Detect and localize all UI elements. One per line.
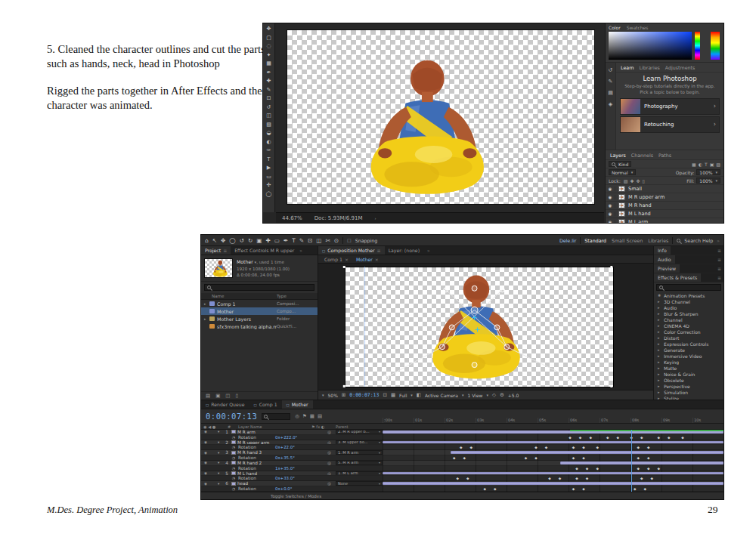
twirl-icon[interactable]: ✱ xyxy=(658,293,662,298)
collapsed-panel-header[interactable]: Audio ≡ xyxy=(654,255,723,264)
project-item-row[interactable]: Mother Compo... xyxy=(201,307,318,315)
hide-shy-layers-icon[interactable]: ▦ xyxy=(310,413,314,419)
visibility-eye-icon[interactable]: ◉ xyxy=(606,220,615,223)
panel-tab[interactable]: Learn xyxy=(621,65,634,70)
keyframe-icon[interactable]: ◆ xyxy=(647,456,649,460)
layer-name[interactable]: M R upper arm xyxy=(237,440,323,445)
effects-category-row[interactable]: ▸ Keying xyxy=(654,359,723,365)
twirl-icon[interactable]: ▸ xyxy=(658,378,662,382)
keyframe-icon[interactable]: ◆ xyxy=(647,446,649,449)
timeline-graph-area[interactable]: ◆◆◆◆◆◆◆◆◆ xyxy=(383,445,723,450)
property-name[interactable]: Rotation xyxy=(238,455,271,460)
keyframe-icon[interactable]: ◆ xyxy=(559,477,561,480)
effects-category-row[interactable]: ▸ Noise & Grain xyxy=(654,371,723,377)
effects-category-row[interactable]: ▸ Channel xyxy=(654,316,723,323)
twirl-icon[interactable]: ▸ xyxy=(658,390,662,394)
timeline-graph-area[interactable]: ◆◆◆◆◆◆◆◆ xyxy=(383,476,723,481)
tab-effect-controls[interactable]: Effect Controls M R upper arm xyxy=(231,246,296,255)
twirl-icon[interactable]: ▸ xyxy=(658,372,662,376)
lock-all-icon[interactable]: ▯ xyxy=(642,178,644,184)
stopwatch-icon[interactable]: ◔ xyxy=(231,445,237,449)
timeline-tab[interactable]: ◻Mother xyxy=(282,400,313,409)
panel-menu-icon[interactable]: ≡ xyxy=(377,248,381,253)
keyframe-icon[interactable]: ◆ xyxy=(569,435,571,439)
eraser-tool-icon[interactable]: ◫ xyxy=(316,237,321,244)
keyframe-icon[interactable]: ◆ xyxy=(616,435,618,439)
layer-name[interactable]: M L hand xyxy=(237,471,323,476)
twirl-icon[interactable]: ▸ xyxy=(658,311,662,316)
column-number[interactable]: # xyxy=(228,424,237,429)
eraser-tool-icon[interactable]: ◫ xyxy=(266,112,271,121)
zoom-tool-icon[interactable]: ◯ xyxy=(229,237,235,244)
lock-transparency-icon[interactable]: ▨ xyxy=(624,178,628,184)
history-brush-tool-icon[interactable]: ↺ xyxy=(267,103,271,113)
layer-name[interactable]: M R hand 3 xyxy=(237,450,323,455)
label-color-chip[interactable] xyxy=(231,440,236,444)
panel-tab[interactable]: Color xyxy=(609,25,621,30)
keyframe-icon[interactable]: ◆ xyxy=(637,456,640,460)
camera-select[interactable]: Active Camera xyxy=(425,393,458,398)
keyframe-icon[interactable]: ◆ xyxy=(589,435,591,439)
frame-blending-icon[interactable]: ▤ xyxy=(318,413,322,419)
timeline-search-field[interactable] xyxy=(262,413,290,420)
effects-category-row[interactable]: ▸ Color Correction xyxy=(654,329,723,335)
keyframe-icon[interactable]: ◆ xyxy=(606,435,609,439)
keyframe-icon[interactable]: ◆ xyxy=(668,435,670,439)
keyframe-icon[interactable]: ◆ xyxy=(640,477,643,480)
visibility-eye-icon[interactable]: ◉ xyxy=(606,195,615,199)
composition-viewport[interactable] xyxy=(318,264,653,390)
filter-shape-layers-icon[interactable]: ▣ xyxy=(710,162,714,167)
new-comp-icon[interactable]: ◫ xyxy=(225,393,230,399)
keyframe-icon[interactable]: ◆ xyxy=(579,435,581,439)
properties-panel-icon[interactable]: ▤ xyxy=(608,90,613,96)
twirl-icon[interactable]: ▾ xyxy=(218,482,222,486)
overflow-icon[interactable]: » xyxy=(423,246,434,255)
property-name[interactable]: Rotation xyxy=(238,445,271,449)
twirl-icon[interactable]: ▾ xyxy=(218,451,222,455)
account-name[interactable]: Dele.lir xyxy=(559,238,576,243)
timeline-graph-area[interactable]: ◆◆◆◆◆◆◆◆ xyxy=(383,455,723,461)
parent-pickwhip-icon[interactable]: @ xyxy=(324,461,334,465)
keyframe-icon[interactable]: ◆ xyxy=(463,456,466,460)
chevron-right-icon[interactable]: › xyxy=(374,216,376,221)
gradient-tool-icon[interactable]: ▧ xyxy=(266,121,271,130)
keyframe-icon[interactable]: ◆ xyxy=(494,487,496,491)
layer-duration-bar[interactable] xyxy=(383,472,723,475)
comments-panel-icon[interactable]: ◈ xyxy=(609,101,612,107)
twirl-icon[interactable]: ▸ xyxy=(658,360,662,364)
effects-category-row[interactable]: ▸ Matte xyxy=(654,365,723,371)
property-value[interactable]: 0x+22.0° xyxy=(275,445,295,449)
composition-mini-flowchart-icon[interactable]: ◎ xyxy=(295,413,299,419)
effects-category-row[interactable]: ▸ Generate xyxy=(654,347,723,353)
parent-select[interactable]: 2. M R upper b...▾ xyxy=(336,430,383,434)
timeline-row[interactable]: ◉▾2M R upper arm@3. M upper bo...▾ xyxy=(201,440,723,446)
filter-adjustment-layers-icon[interactable]: ◐ xyxy=(699,162,702,167)
visibility-eye-icon[interactable]: ◉ xyxy=(606,187,615,191)
ps-transparency-canvas[interactable] xyxy=(287,29,595,205)
visibility-eye-icon[interactable]: ◉ xyxy=(203,461,209,465)
label-color-chip[interactable] xyxy=(231,451,236,455)
color-ramp[interactable] xyxy=(711,32,720,60)
timeline-row[interactable]: ◔Rotation0x+22.0°◆◆◆◆◆◆◆◆◆ xyxy=(201,445,723,450)
keyframe-icon[interactable]: ◆ xyxy=(525,456,527,460)
keyframe-icon[interactable]: ◆ xyxy=(572,456,575,460)
lock-position-icon[interactable]: ✥ xyxy=(636,178,640,184)
workspace-tab[interactable]: Standard xyxy=(584,238,606,243)
property-name[interactable]: Rotation xyxy=(238,435,271,440)
panel-menu-icon[interactable]: ≡ xyxy=(717,266,723,271)
layer-name[interactable]: M R hand 2 xyxy=(237,461,323,465)
effects-category-row[interactable]: ▸ Audio xyxy=(654,304,723,310)
selected-item-name[interactable]: Mother xyxy=(237,259,253,264)
timeline-graph-area[interactable] xyxy=(383,481,723,486)
view-layout-select[interactable]: 1 View xyxy=(468,393,483,398)
keyframe-icon[interactable]: ◆ xyxy=(596,446,598,449)
keyframe-icon[interactable]: ◆ xyxy=(582,487,584,491)
selection-tool-icon[interactable]: ↖ xyxy=(212,237,217,244)
parent-select[interactable]: 3. M upper bo...▾ xyxy=(336,440,383,445)
snapping-checkbox[interactable]: ☐ xyxy=(347,238,352,243)
timeline-graph-area[interactable]: ◆◆◆◆◆◆ xyxy=(383,466,723,471)
parent-pickwhip-icon[interactable]: @ xyxy=(324,450,334,455)
property-name[interactable]: Rotation xyxy=(238,476,271,480)
keyframe-icon[interactable]: ◆ xyxy=(634,487,636,491)
fill-select[interactable]: 100%▾ xyxy=(696,177,720,184)
